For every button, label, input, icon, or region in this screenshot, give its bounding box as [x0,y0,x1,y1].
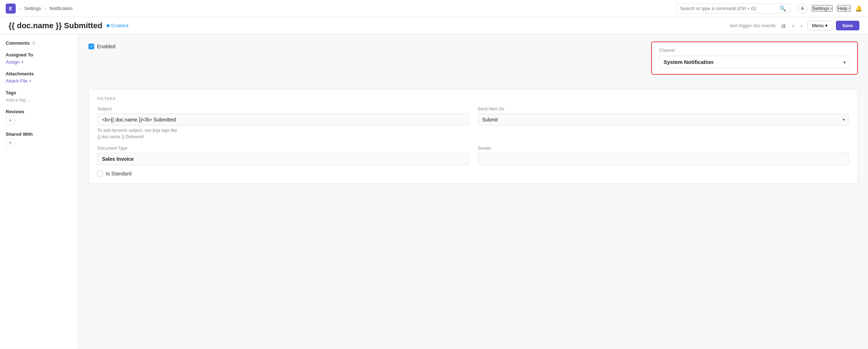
breadcrumb-settings[interactable]: Settings [24,6,41,11]
tags-placeholder[interactable]: Add a tag ... [6,97,31,103]
search-icon: 🔍 [780,5,786,12]
sidebar-tags: Tags Add a tag ... [6,90,72,103]
shared-with-label: Shared With [6,131,72,137]
channel-section: Channel System Notification Email Slack … [651,41,858,82]
channel-box: Channel System Notification Email Slack … [651,41,858,75]
comments-label: Comments [6,40,30,46]
sidebar-attachments: Attachments Attach File + [6,71,72,84]
enabled-label: Enabled [97,44,115,49]
settings-nav-button[interactable]: Settings ▾ [812,5,833,12]
sidebar-shared-with: Shared With + [6,131,72,148]
document-type-group: Document Type [97,146,469,165]
sidebar: Comments 0 Assigned To Assign + Attachme… [0,34,78,349]
subject-input[interactable] [97,114,469,126]
sender-input[interactable] [478,153,849,165]
sender-group: Sender [478,146,849,165]
filters-section: FILTERS Subject To add dynamic subject, … [88,89,858,184]
add-review-button[interactable]: + [6,116,15,125]
breadcrumb-sep-1: › [19,6,21,11]
status-dot [107,24,110,27]
send-alert-on-group: Send Alert On Submit New Save Days After… [478,106,849,140]
send-alert-on-label: Send Alert On [478,106,849,111]
search-bar[interactable]: 🔍 [676,4,790,14]
top-section: Enabled Channel System Notification Emai… [88,41,858,82]
breadcrumb-notification[interactable]: Notification [50,6,72,11]
help-nav-button[interactable]: Help ▾ [837,5,851,12]
save-button[interactable]: Save [836,21,859,30]
channel-label: Channel [659,48,850,53]
sidebar-reviews: Reviews + [6,109,72,125]
trigger-text: test trigger doc events [730,23,776,28]
subject-hint: To add dynamic subject, use jinja tags l… [97,127,469,140]
tags-label: Tags [6,90,72,95]
attach-file-action[interactable]: Attach File + [6,78,32,84]
document-type-input[interactable] [97,153,469,165]
menu-button[interactable]: Menu ▾ [807,21,832,30]
is-standard-row: Is Standard [97,171,849,176]
enabled-checkbox[interactable] [88,44,94,49]
subject-group: Subject To add dynamic subject, use jinj… [97,106,469,140]
send-alert-on-select-wrapper: Submit New Save Days After Days Before ▾ [478,114,849,126]
sidebar-comments: Comments 0 [6,40,72,46]
assigned-to-label: Assigned To [6,52,72,58]
search-input[interactable] [680,6,777,11]
help-caret-icon: ▾ [848,6,850,10]
print-icon[interactable]: 🖨 [779,21,787,30]
attachments-label: Attachments [6,71,72,76]
notification-bell-icon[interactable]: 🔔 [855,5,862,12]
main-layout: Comments 0 Assigned To Assign + Attachme… [0,34,868,349]
filters-row-1: Subject To add dynamic subject, use jinj… [97,106,849,140]
filters-row-2: Document Type Sender [97,146,849,165]
assign-action[interactable]: Assign + [6,59,24,65]
main-content: Enabled Channel System Notification Emai… [78,34,868,349]
sidebar-assigned-to: Assigned To Assign + [6,52,72,65]
header-actions: test trigger doc events 🖨 ‹ › Menu ▾ Sav… [730,21,859,30]
add-shared-button[interactable]: + [6,138,15,148]
channel-select[interactable]: System Notification Email Slack [659,56,850,68]
send-alert-on-select[interactable]: Submit New Save Days After Days Before [478,114,849,126]
subject-label: Subject [97,106,469,111]
prev-icon[interactable]: ‹ [791,21,796,30]
next-icon[interactable]: › [799,21,804,30]
breadcrumb-sep-2: › [45,6,46,11]
page-title: {{ doc.name }} Submitted [9,21,102,30]
nav-right: A Settings ▾ Help ▾ 🔔 [797,4,862,14]
avatar[interactable]: A [797,4,807,14]
menu-caret-icon: ▾ [825,23,828,28]
enabled-row: Enabled [88,44,644,49]
sender-label: Sender [478,146,849,151]
status-badge: Enabled [107,23,128,28]
reviews-label: Reviews [6,109,72,114]
channel-select-wrapper: System Notification Email Slack ▾ [659,56,850,68]
settings-caret-icon: ▾ [830,6,832,10]
app-icon[interactable]: E [6,4,16,14]
top-nav: E › Settings › Notification 🔍 A Settings… [0,0,868,17]
is-standard-checkbox[interactable] [97,171,103,176]
page-header: {{ doc.name }} Submitted Enabled test tr… [0,17,868,34]
comments-count: 0 [32,40,35,46]
filters-title: FILTERS [97,96,849,101]
is-standard-label: Is Standard [106,171,132,176]
enabled-section: Enabled [88,41,644,56]
document-type-label: Document Type [97,146,469,151]
